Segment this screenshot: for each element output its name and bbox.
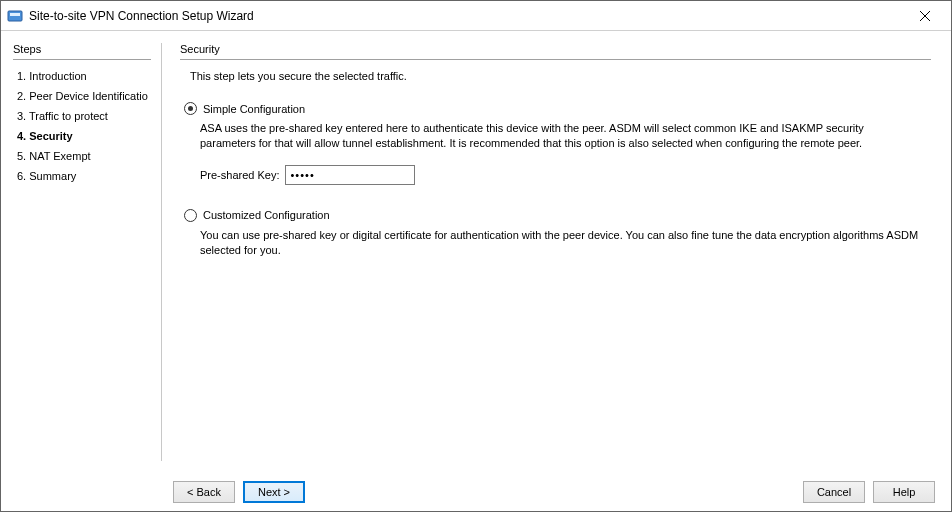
main-panel: Security This step lets you secure the s… (162, 31, 951, 471)
preshared-key-input[interactable] (285, 165, 415, 185)
simple-config-description: ASA uses the pre-shared key entered here… (200, 121, 919, 151)
next-button[interactable]: Next > (243, 481, 305, 503)
simple-config-label: Simple Configuration (203, 103, 305, 115)
cancel-button[interactable]: Cancel (803, 481, 865, 503)
app-icon (7, 8, 23, 24)
intro-text: This step lets you secure the selected t… (190, 70, 931, 82)
steps-sidebar: Steps 1. Introduction 2. Peer Device Ide… (1, 31, 161, 471)
steps-heading: Steps (13, 43, 151, 60)
help-button[interactable]: Help (873, 481, 935, 503)
step-item-traffic: 3. Traffic to protect (13, 106, 155, 126)
radio-selected-icon (184, 102, 197, 115)
custom-config-label: Customized Configuration (203, 209, 330, 221)
wizard-content: Steps 1. Introduction 2. Peer Device Ide… (1, 31, 951, 471)
preshared-key-label: Pre-shared Key: (200, 169, 279, 181)
window-title: Site-to-site VPN Connection Setup Wizard (29, 9, 903, 23)
close-button[interactable] (903, 2, 947, 30)
page-title: Security (180, 43, 931, 60)
wizard-footer: < Back Next > Cancel Help (1, 471, 951, 511)
preshared-key-row: Pre-shared Key: (200, 165, 931, 185)
radio-unselected-icon (184, 209, 197, 222)
radio-simple-configuration[interactable]: Simple Configuration (184, 102, 931, 115)
back-button[interactable]: < Back (173, 481, 235, 503)
step-item-summary: 6. Summary (13, 166, 155, 186)
titlebar: Site-to-site VPN Connection Setup Wizard (1, 1, 951, 31)
step-item-security: 4. Security (13, 126, 155, 146)
custom-config-description: You can use pre-shared key or digital ce… (200, 228, 919, 258)
step-item-nat: 5. NAT Exempt (13, 146, 155, 166)
step-item-introduction: 1. Introduction (13, 66, 155, 86)
radio-customized-configuration[interactable]: Customized Configuration (184, 209, 931, 222)
svg-rect-1 (10, 13, 20, 16)
step-item-peer: 2. Peer Device Identificatio (13, 86, 155, 106)
